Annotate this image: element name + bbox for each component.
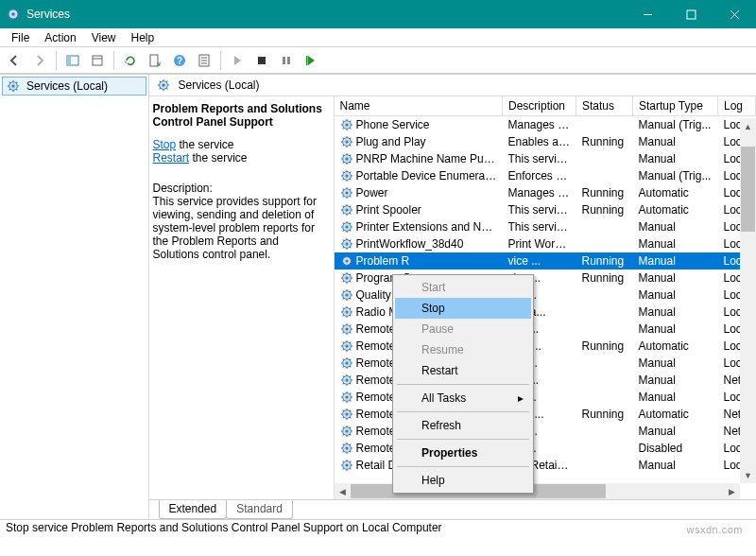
scroll-right-icon[interactable]: ▶ — [724, 483, 740, 499]
minimize-button[interactable] — [626, 0, 669, 28]
tab-extended[interactable]: Extended — [159, 500, 228, 519]
nav-services-local[interactable]: Services (Local) — [2, 77, 146, 96]
svg-text:?: ? — [177, 56, 182, 66]
cell-startup: Manual — [633, 355, 718, 372]
svg-rect-16 — [93, 56, 102, 65]
svg-rect-15 — [67, 56, 71, 65]
menu-view[interactable]: View — [84, 29, 124, 46]
heading-text: Services (Local) — [179, 78, 260, 92]
cell-status — [576, 457, 633, 474]
col-name[interactable]: Name — [335, 96, 503, 116]
table-row[interactable]: Print SpoolerThis service ...RunningAuto… — [335, 201, 756, 218]
cell-status — [576, 150, 633, 167]
cell-status — [576, 389, 633, 406]
svg-rect-26 — [283, 57, 285, 64]
cell-status — [576, 116, 633, 133]
table-row[interactable]: Phone ServiceManages th...Manual (Trig..… — [335, 116, 756, 133]
ctx-help[interactable]: Help — [395, 470, 531, 491]
gear-icon — [340, 203, 353, 217]
menu-action[interactable]: Action — [37, 29, 83, 46]
content-heading: Services (Local) — [149, 75, 757, 96]
vertical-scrollbar[interactable]: ▲ ▼ — [740, 118, 756, 483]
cell-startup: Manual (Trig... — [633, 116, 718, 133]
ctx-all-tasks[interactable]: All Tasks▸ — [395, 388, 531, 408]
properties-button[interactable] — [193, 49, 215, 72]
cell-desc: Enables a c... — [503, 133, 576, 150]
table-row[interactable]: PrintWorkflow_38d40Print Workfl...Manual… — [335, 235, 756, 252]
cell-status — [576, 440, 633, 457]
cell-startup: Automatic — [633, 201, 718, 218]
gear-icon — [340, 305, 353, 319]
gear-icon — [340, 220, 353, 234]
scroll-down-icon[interactable]: ▼ — [740, 467, 756, 483]
back-button[interactable] — [4, 49, 26, 72]
col-status[interactable]: Status — [576, 96, 633, 116]
stop-service-button[interactable] — [250, 49, 273, 72]
cell-desc: This service ... — [503, 201, 576, 218]
menu-help[interactable]: Help — [124, 29, 163, 46]
col-startup[interactable]: Startup Type — [633, 96, 718, 116]
table-row[interactable]: Plug and PlayEnables a c...RunningManual… — [335, 133, 756, 150]
ctx-pause[interactable]: Pause — [395, 319, 531, 339]
ctx-properties[interactable]: Properties — [395, 443, 531, 463]
watermark: wsxdn.com — [686, 524, 743, 535]
gear-icon — [340, 288, 353, 302]
scroll-left-icon[interactable]: ◀ — [335, 483, 351, 499]
forward-button[interactable] — [28, 49, 51, 72]
stop-link[interactable]: Stop — [153, 138, 177, 151]
cell-startup: Manual — [633, 287, 718, 304]
ctx-refresh[interactable]: Refresh — [395, 415, 531, 436]
restart-link[interactable]: Restart — [153, 151, 190, 165]
gear-icon — [340, 356, 353, 370]
export-button[interactable] — [86, 49, 109, 72]
cell-desc: Manages th... — [503, 116, 576, 133]
gear-icon — [340, 374, 353, 387]
col-logon[interactable]: Log — [718, 96, 756, 116]
cell-status — [576, 235, 633, 252]
ctx-separator — [397, 411, 529, 412]
selected-service-name: Problem Reports and Solutions Control Pa… — [153, 102, 328, 129]
service-name: PrintWorkflow_38d40 — [356, 237, 464, 251]
restart-service-button[interactable] — [300, 49, 322, 72]
ctx-stop[interactable]: Stop — [395, 298, 531, 319]
export-list-button[interactable] — [144, 49, 166, 72]
cell-status — [576, 287, 633, 304]
svg-rect-27 — [287, 57, 290, 64]
service-name: Power — [356, 186, 388, 200]
cell-status — [576, 304, 633, 321]
service-name: Phone Service — [356, 118, 430, 131]
table-row[interactable]: PowerManages p...RunningAutomaticLoc — [335, 184, 756, 201]
gear-icon — [340, 135, 353, 148]
cell-status — [576, 423, 633, 440]
nav-label: Services (Local) — [26, 79, 108, 93]
cell-status: Running — [576, 133, 633, 150]
start-service-button[interactable] — [226, 49, 249, 72]
table-row[interactable]: Printer Extensions and Notif...This serv… — [335, 218, 756, 235]
ctx-separator — [397, 384, 529, 385]
cell-startup: Manual — [633, 235, 718, 252]
scroll-up-icon[interactable]: ▲ — [740, 118, 756, 134]
close-button[interactable] — [713, 0, 756, 28]
ctx-resume[interactable]: Resume — [395, 339, 531, 360]
ctx-restart[interactable]: Restart — [395, 360, 531, 381]
cell-status: Running — [576, 252, 633, 269]
ctx-start[interactable]: Start — [395, 277, 531, 298]
maximize-button[interactable] — [669, 0, 713, 28]
pause-service-button[interactable] — [275, 49, 298, 72]
menu-file[interactable]: File — [4, 29, 37, 46]
cell-startup: Manual — [633, 304, 718, 321]
show-hide-tree-button[interactable] — [61, 49, 84, 72]
help-button[interactable]: ? — [168, 49, 191, 72]
col-description[interactable]: Description — [503, 96, 576, 116]
info-panel: Problem Reports and Solutions Control Pa… — [149, 96, 334, 499]
service-name: Print Spooler — [356, 203, 421, 217]
gear-icon — [340, 152, 353, 165]
refresh-button[interactable] — [119, 49, 142, 72]
desc-text: This service provides support for viewin… — [153, 195, 328, 261]
table-row[interactable]: Portable Device Enumerator...Enforces gr… — [335, 167, 756, 184]
tab-standard[interactable]: Standard — [226, 500, 293, 519]
table-row[interactable]: Problem Rvice ...RunningManualLoc — [335, 252, 756, 269]
scroll-thumb[interactable] — [741, 147, 755, 232]
table-row[interactable]: PNRP Machine Name Publi...This service .… — [335, 150, 756, 167]
cell-status: Running — [576, 201, 633, 218]
